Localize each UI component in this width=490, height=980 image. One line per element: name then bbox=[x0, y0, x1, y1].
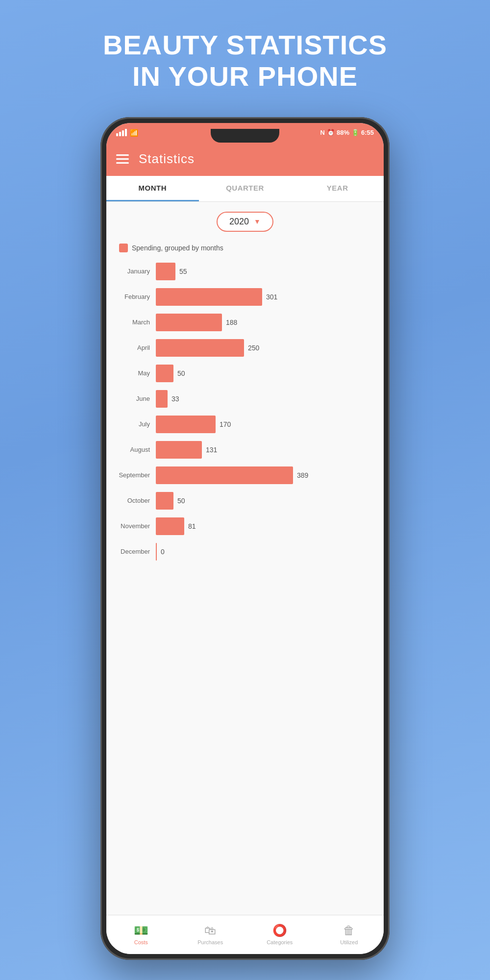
bar-container: 81 bbox=[156, 517, 376, 535]
year-selector[interactable]: 2020 ▼ bbox=[217, 212, 273, 232]
nfc-icon: N bbox=[320, 129, 325, 136]
bar-container: 33 bbox=[156, 390, 376, 408]
status-left: 📶 bbox=[116, 129, 138, 137]
bar-chart: January55February301March188April250May5… bbox=[114, 262, 376, 561]
month-label: November bbox=[114, 522, 156, 530]
bar bbox=[156, 517, 184, 535]
battery-icon: 🔋 bbox=[351, 129, 359, 136]
bar-container: 55 bbox=[156, 263, 376, 280]
month-label: May bbox=[114, 369, 156, 377]
bar bbox=[156, 365, 173, 382]
month-label: April bbox=[114, 344, 156, 351]
costs-icon: 💵 bbox=[134, 924, 148, 937]
month-label: September bbox=[114, 471, 156, 479]
hamburger-line bbox=[116, 154, 129, 156]
month-label: January bbox=[114, 268, 156, 275]
categories-icon: ⭕ bbox=[272, 924, 287, 937]
month-label: October bbox=[114, 497, 156, 504]
chevron-down-icon: ▼ bbox=[254, 218, 261, 225]
nav-label-purchases: Purchases bbox=[197, 939, 223, 945]
month-label: June bbox=[114, 395, 156, 402]
chart-row: August131 bbox=[114, 441, 376, 459]
nav-item-utilized[interactable]: 🗑Utilized bbox=[315, 924, 384, 945]
battery-percent: 88% bbox=[337, 129, 349, 136]
bar bbox=[156, 416, 216, 433]
bar-value: 131 bbox=[206, 446, 217, 454]
chart-row: September389 bbox=[114, 466, 376, 485]
purchases-icon: 🛍 bbox=[204, 924, 216, 937]
chart-row: June33 bbox=[114, 390, 376, 408]
month-label: August bbox=[114, 446, 156, 453]
main-content: 2020 ▼ Spending, grouped by months Janua… bbox=[106, 202, 384, 915]
bar-container: 170 bbox=[156, 416, 376, 433]
bar bbox=[156, 390, 168, 408]
hamburger-line bbox=[116, 158, 129, 160]
bar-container: 50 bbox=[156, 365, 376, 382]
bar-container: 131 bbox=[156, 441, 376, 459]
year-selector-row: 2020 ▼ bbox=[114, 212, 376, 232]
phone-screen: 📶 N ⏰ 88% 🔋 6:55 Statistics bbox=[106, 123, 384, 954]
chart-legend: Spending, grouped by months bbox=[114, 244, 376, 252]
bar bbox=[156, 339, 244, 357]
bar bbox=[156, 466, 293, 484]
bar-container: 0 bbox=[156, 543, 376, 561]
bar-value: 50 bbox=[177, 497, 185, 505]
bar-container: 50 bbox=[156, 492, 376, 510]
bar-value: 250 bbox=[248, 344, 259, 352]
bar-container: 188 bbox=[156, 314, 376, 331]
clock: 6:55 bbox=[361, 129, 374, 136]
bar-value: 0 bbox=[161, 548, 165, 556]
bar-value: 33 bbox=[172, 395, 179, 403]
chart-row: March188 bbox=[114, 313, 376, 332]
hamburger-line bbox=[116, 162, 129, 164]
bar bbox=[156, 441, 202, 459]
bar-value: 389 bbox=[297, 471, 308, 479]
chart-row: January55 bbox=[114, 262, 376, 281]
alarm-icon: ⏰ bbox=[327, 129, 335, 136]
year-value: 2020 bbox=[229, 217, 249, 227]
chart-row: May50 bbox=[114, 364, 376, 383]
bar-container: 250 bbox=[156, 339, 376, 357]
bar bbox=[156, 263, 175, 280]
chart-row: October50 bbox=[114, 491, 376, 510]
bar bbox=[156, 314, 222, 331]
nav-label-costs: Costs bbox=[134, 939, 148, 945]
menu-button[interactable] bbox=[116, 154, 129, 164]
bar-value: 188 bbox=[226, 318, 237, 326]
nav-item-categories[interactable]: ⭕Categories bbox=[245, 924, 315, 945]
month-label: December bbox=[114, 548, 156, 555]
phone-mockup: 📶 N ⏰ 88% 🔋 6:55 Statistics bbox=[100, 117, 390, 960]
bar-value: 170 bbox=[220, 420, 231, 428]
month-label: March bbox=[114, 318, 156, 326]
bottom-nav: 💵Costs🛍Purchases⭕Categories🗑Utilized bbox=[106, 915, 384, 954]
nav-label-categories: Categories bbox=[267, 939, 293, 945]
bar bbox=[156, 492, 173, 510]
status-right: N ⏰ 88% 🔋 6:55 bbox=[320, 129, 374, 136]
nav-item-purchases[interactable]: 🛍Purchases bbox=[176, 924, 245, 945]
notch bbox=[211, 129, 279, 143]
signal-icon bbox=[116, 129, 127, 136]
app-header: Statistics bbox=[106, 143, 384, 176]
tab-month[interactable]: MONTH bbox=[106, 176, 199, 201]
tab-quarter[interactable]: QUARTER bbox=[199, 176, 292, 201]
wifi-icon: 📶 bbox=[130, 129, 138, 137]
hero-title: BEAUTY STATISTICS IN YOUR PHONE bbox=[103, 29, 387, 93]
chart-row: July170 bbox=[114, 415, 376, 434]
bar bbox=[156, 543, 157, 561]
phone-frame: 📶 N ⏰ 88% 🔋 6:55 Statistics bbox=[100, 117, 390, 960]
month-label: July bbox=[114, 420, 156, 428]
nav-item-costs[interactable]: 💵Costs bbox=[106, 924, 176, 945]
tab-year[interactable]: YEAR bbox=[291, 176, 384, 201]
bar-value: 55 bbox=[179, 268, 187, 275]
month-label: February bbox=[114, 293, 156, 300]
chart-row: December0 bbox=[114, 542, 376, 561]
utilized-icon: 🗑 bbox=[343, 924, 355, 937]
legend-label: Spending, grouped by months bbox=[132, 244, 223, 252]
bar-container: 301 bbox=[156, 288, 376, 306]
chart-row: April250 bbox=[114, 339, 376, 357]
bar bbox=[156, 288, 262, 306]
legend-color-swatch bbox=[119, 244, 128, 252]
tab-bar: MONTH QUARTER YEAR bbox=[106, 176, 384, 202]
chart-row: February301 bbox=[114, 288, 376, 306]
app-title: Statistics bbox=[139, 151, 195, 167]
